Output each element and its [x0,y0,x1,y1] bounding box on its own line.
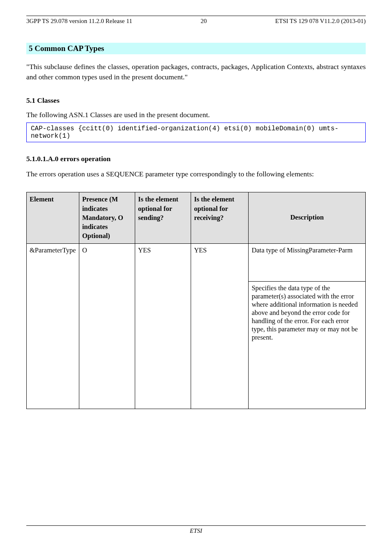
cell-presence: O [79,243,135,409]
cell-send: YES [135,243,191,409]
header-left: 3GPP TS 29.078 version 11.2.0 Release 11 [26,18,132,25]
elements-table: Element Presence (M indicates Mandatory,… [26,192,366,409]
header: 3GPP TS 29.078 version 11.2.0 Release 11… [26,18,366,25]
footer-org: ETSI [190,527,202,534]
heading-errors: 5.1.0.1.A.0 errors operation [26,155,366,163]
th-element: Element [27,192,79,243]
header-right: ETSI TS 129 078 V11.2.0 (2013-01) [275,18,366,25]
cell-recv: YES [191,243,249,409]
th-description: Description [249,192,366,243]
header-page: 20 [201,18,207,25]
cell-element: &ParameterType [27,243,79,409]
section-title: 5 Common CAP Types [26,43,366,54]
classes-paragraph: The following ASN.1 Classes are used in … [26,110,366,120]
cell-desc-2: Specifies the data type of the parameter… [249,281,366,409]
footer: ETSI [26,525,366,534]
asn1-code-box: CAP-classes {ccitt(0) identified-organiz… [26,123,366,142]
header-rule [26,16,366,16]
th-presence: Presence (M indicates Mandatory, O indic… [79,192,135,243]
table-row: &ParameterType O YES YES Data type of Mi… [27,243,366,281]
errors-paragraph: The errors operation uses a SEQUENCE par… [26,169,366,179]
footer-rule [26,525,366,526]
cell-desc-1: Data type of MissingParameter-Parm [249,243,366,281]
intro-paragraph: "This subclause defines the classes, ope… [26,62,366,82]
th-send: Is the element optional for sending? [135,192,191,243]
th-recv: Is the element optional for receiving? [191,192,249,243]
heading-classes: 5.1 Classes [26,96,366,105]
